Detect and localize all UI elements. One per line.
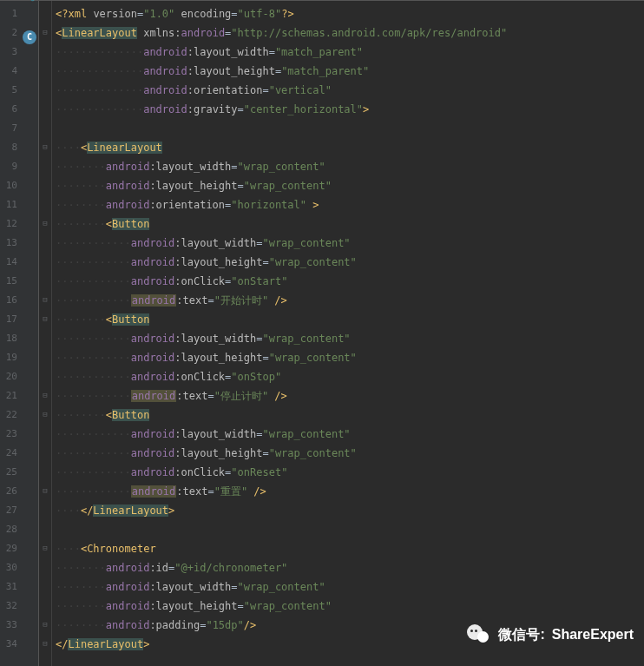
- fold-toggle-icon[interactable]: ⊟: [41, 314, 49, 323]
- fold-toggle-icon[interactable]: ⊟: [41, 410, 49, 419]
- wechat-icon: [467, 624, 491, 645]
- line-number[interactable]: 9: [0, 157, 21, 176]
- code-line[interactable]: ····<LinearLayout: [52, 138, 644, 157]
- code-line[interactable]: ············android:layout_height="wrap_…: [52, 348, 644, 367]
- line-number[interactable]: 20: [0, 367, 21, 386]
- line-number[interactable]: 28: [0, 520, 21, 539]
- code-line[interactable]: ··············android:gravity="center_ho…: [52, 100, 644, 119]
- code-line[interactable]: ····<Chronometer: [52, 539, 644, 558]
- line-number[interactable]: 15: [0, 272, 21, 291]
- annotation-column: C: [21, 1, 39, 666]
- watermark-id: ShareExpert: [552, 627, 634, 643]
- fold-toggle-icon[interactable]: ⊟: [41, 295, 49, 304]
- line-number[interactable]: 24: [0, 444, 21, 463]
- fold-toggle-icon[interactable]: ⊟: [41, 219, 49, 227]
- code-text-area[interactable]: <?xml version="1.0" encoding="utf-8"?><L…: [52, 1, 644, 666]
- watermark: 微信号: ShareExpert: [467, 624, 634, 645]
- code-line[interactable]: ········<Button: [52, 310, 644, 329]
- fold-toggle-icon[interactable]: ⊟: [41, 620, 49, 629]
- line-number[interactable]: 7: [0, 119, 21, 138]
- code-line[interactable]: ············android:layout_height="wrap_…: [52, 253, 644, 272]
- line-number[interactable]: 26: [0, 482, 21, 501]
- line-number[interactable]: 10: [0, 176, 21, 195]
- line-number-gutter[interactable]: 1234567891011121314151617181920212223242…: [0, 1, 21, 666]
- line-number[interactable]: 22: [0, 406, 21, 425]
- line-number[interactable]: 21: [0, 386, 21, 406]
- class-gutter-icon[interactable]: C: [23, 30, 36, 44]
- code-line[interactable]: ············android:text="停止计时" />: [52, 386, 644, 406]
- code-line[interactable]: ············android:onClick="onReset": [52, 463, 644, 482]
- line-number[interactable]: 29: [0, 539, 21, 558]
- code-line[interactable]: ········android:id="@+id/chronometer": [52, 558, 644, 577]
- code-line[interactable]: ············android:text="重置" />: [52, 482, 644, 501]
- line-number[interactable]: 23: [0, 425, 21, 444]
- code-line[interactable]: ············android:layout_width="wrap_c…: [52, 425, 644, 444]
- line-number[interactable]: 6: [0, 100, 21, 119]
- fold-column[interactable]: ⊟⊟⊟⊟⊟⊟⊟⊟⊟⊟⊟: [39, 1, 52, 666]
- line-number[interactable]: 32: [0, 597, 21, 616]
- fold-toggle-icon[interactable]: ⊟: [41, 486, 49, 495]
- line-number[interactable]: 16: [0, 291, 21, 310]
- code-line[interactable]: ········<Button: [52, 406, 644, 425]
- code-line[interactable]: ········android:layout_height="wrap_cont…: [52, 597, 644, 616]
- code-line[interactable]: ········android:layout_width="wrap_conte…: [52, 157, 644, 176]
- code-line[interactable]: ··············android:layout_height="mat…: [52, 62, 644, 81]
- line-number[interactable]: 19: [0, 348, 21, 367]
- line-number[interactable]: 8: [0, 138, 21, 157]
- line-number[interactable]: 4: [0, 62, 21, 81]
- line-number[interactable]: 2: [0, 23, 21, 43]
- line-number[interactable]: 1: [0, 4, 21, 23]
- code-line[interactable]: ····</LinearLayout>: [52, 501, 644, 520]
- code-line[interactable]: ············android:text="开始计时" />: [52, 291, 644, 310]
- line-number[interactable]: 33: [0, 616, 21, 635]
- fold-toggle-icon[interactable]: ⊟: [41, 544, 49, 552]
- code-line[interactable]: ··············android:orientation="verti…: [52, 81, 644, 100]
- code-line[interactable]: ············android:onClick="onStart": [52, 272, 644, 291]
- line-number[interactable]: 27: [0, 501, 21, 520]
- fold-toggle-icon[interactable]: ⊟: [41, 28, 49, 36]
- line-number[interactable]: 18: [0, 329, 21, 348]
- code-editor: 1234567891011121314151617181920212223242…: [0, 0, 644, 666]
- code-line[interactable]: ··············android:layout_width="matc…: [52, 43, 644, 62]
- code-line[interactable]: [52, 119, 644, 138]
- watermark-label: 微信号:: [498, 626, 544, 644]
- code-line[interactable]: ············android:onClick="onStop": [52, 367, 644, 386]
- line-number[interactable]: 5: [0, 81, 21, 100]
- line-number[interactable]: 25: [0, 463, 21, 482]
- fold-toggle-icon[interactable]: ⊟: [41, 639, 49, 648]
- code-line[interactable]: ············android:layout_width="wrap_c…: [52, 234, 644, 253]
- line-number[interactable]: 13: [0, 234, 21, 253]
- line-number[interactable]: 3: [0, 43, 21, 62]
- line-number[interactable]: 17: [0, 310, 21, 329]
- code-line[interactable]: ········<Button: [52, 214, 644, 234]
- fold-toggle-icon[interactable]: ⊟: [41, 142, 49, 151]
- code-line[interactable]: [52, 520, 644, 539]
- code-line[interactable]: ········android:layout_height="wrap_cont…: [52, 176, 644, 195]
- line-number[interactable]: 31: [0, 577, 21, 597]
- code-line[interactable]: ············android:layout_width="wrap_c…: [52, 329, 644, 348]
- code-line[interactable]: <LinearLayout xmlns:android="http://sche…: [52, 23, 644, 43]
- code-line[interactable]: ········android:orientation="horizontal"…: [52, 195, 644, 214]
- fold-toggle-icon[interactable]: ⊟: [41, 391, 49, 399]
- line-number[interactable]: 30: [0, 558, 21, 577]
- intention-bulb-icon[interactable]: 💡: [26, 0, 39, 2]
- code-line[interactable]: <?xml version="1.0" encoding="utf-8"?>: [52, 4, 644, 23]
- code-line[interactable]: ········android:layout_width="wrap_conte…: [52, 577, 644, 597]
- code-line[interactable]: ············android:layout_height="wrap_…: [52, 444, 644, 463]
- line-number[interactable]: 11: [0, 195, 21, 214]
- line-number[interactable]: 34: [0, 635, 21, 654]
- line-number[interactable]: 12: [0, 214, 21, 234]
- line-number[interactable]: 14: [0, 253, 21, 272]
